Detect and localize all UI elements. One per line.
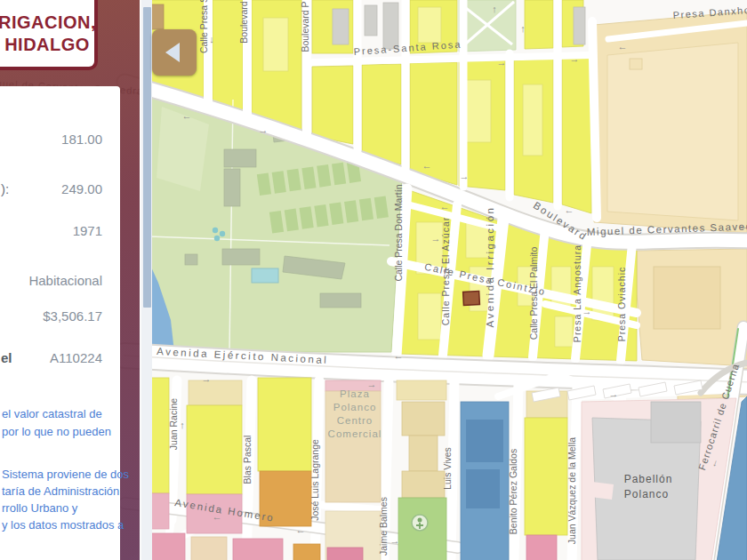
street-label-boulevard-1: Boulevard	[238, 1, 249, 43]
one-way-arrow-icon: →	[609, 388, 619, 399]
poi-label-plaza-4: Comercial	[328, 428, 382, 439]
field-value: A110224	[50, 350, 102, 365]
one-way-arrow-icon: ↓	[209, 34, 214, 44]
street-label-lagrange: José Luis Lagrange	[309, 439, 320, 521]
playground-icon	[412, 515, 428, 531]
one-way-arrow-icon: →	[497, 57, 507, 68]
poi-label-pabellon-2: Polanco	[624, 488, 669, 500]
cadastral-map-app: ↓ ↑ ↑ → → ← ← → ← → ← ← ← → → ← → → → ↑ …	[0, 0, 747, 560]
property-info-card: 181.00 ): 249.00 1971 Habitacional $3,50…	[0, 86, 120, 560]
one-way-arrow-icon: ↑	[492, 4, 497, 14]
field-label-fragment: ):	[1, 181, 9, 196]
street-label-calle-presa: Calle Presa S	[198, 0, 209, 53]
collapse-panel-button[interactable]	[152, 29, 197, 76]
street-label-balmes: Jaime Balmes	[378, 497, 389, 556]
scrollbar-thumb[interactable]	[143, 7, 151, 308]
one-way-arrow-icon: ←	[618, 41, 628, 52]
street-label-galdos: Benito Pérez Galdos	[508, 449, 518, 534]
one-way-arrow-icon: ←	[565, 204, 574, 215]
field-label-fragment: el	[1, 350, 12, 365]
selected-parcel[interactable]	[463, 292, 480, 306]
colonia-title-line2: HIDALGO	[4, 34, 90, 56]
street-label-blas-pascal: Blas Pascal	[242, 436, 253, 484]
one-way-arrow-icon: →	[570, 53, 580, 64]
poi-label-plaza-3: Centro	[337, 415, 374, 426]
one-way-arrow-icon: ←	[440, 201, 450, 212]
one-way-arrow-icon: →	[202, 373, 212, 384]
one-way-arrow-icon: ←	[182, 110, 192, 121]
street-label-juan-racine: Juan Racine	[168, 398, 179, 451]
one-way-arrow-icon: →	[259, 124, 269, 135]
panel-scrollbar[interactable]	[140, 0, 152, 560]
colonia-title-card: RIGACION, HIDALGO	[0, 0, 98, 70]
field-value: Habitacional	[28, 273, 102, 288]
disclaimer-line: rrollo Urbano y	[2, 501, 77, 515]
street-label-angostura: Presa La Angostura	[572, 244, 582, 342]
one-way-arrow-icon: ←	[394, 350, 404, 361]
street-label-boulevard-2: Boulevard P	[300, 1, 310, 52]
disclaimer-line: el valor catastral de	[2, 407, 102, 420]
street-label-luis-vives: Luis Vives	[442, 447, 453, 490]
disclaimer-line: por lo que no pueden	[2, 425, 111, 438]
pool	[252, 268, 278, 283]
street-label-mella: Juan Vázquez de la Mella	[566, 437, 577, 544]
poi-label-pabellon-1: Pabellón	[624, 473, 673, 485]
one-way-arrow-icon: ↑	[180, 420, 185, 430]
field-value: 1971	[73, 223, 102, 238]
field-value: $3,506.17	[43, 308, 102, 324]
one-way-arrow-icon: ↑	[520, 23, 526, 34]
one-way-arrow-icon: →	[460, 171, 470, 181]
poi-label-plaza-1: Plaza	[340, 388, 370, 399]
street-label-irrigacion: Avenida Irrigación	[485, 206, 495, 328]
street-label-don-martin: Calle Presa Don Martín	[393, 184, 404, 281]
disclaimer-line: taría de Administración	[2, 484, 119, 498]
field-value: 181.00	[61, 132, 102, 147]
street-label-oviachic: Presa Oviachic	[616, 267, 627, 342]
field-value: 249.00	[61, 181, 102, 196]
colonia-title-line1: RIGACION,	[0, 12, 96, 34]
collapse-arrow-icon	[165, 43, 180, 62]
one-way-arrow-icon: →	[390, 535, 400, 546]
disclaimer-line: Sistema proviene de dos	[2, 468, 129, 481]
one-way-arrow-icon: ←	[422, 160, 432, 171]
poi-label-plaza-2: Polanco	[333, 402, 377, 412]
disclaimer-line: y los datos mostrados a	[2, 518, 124, 532]
one-way-arrow-icon: →	[582, 306, 592, 316]
map-mini-park	[459, 0, 516, 52]
one-way-arrow-icon: ←	[296, 524, 306, 535]
one-way-arrow-icon: →	[431, 233, 441, 244]
